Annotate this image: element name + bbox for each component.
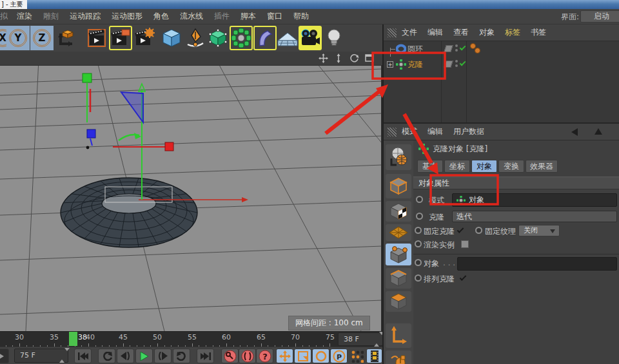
om-menu-view[interactable]: 查看 xyxy=(453,27,469,38)
axis-mode-button[interactable] xyxy=(386,323,411,348)
am-menu-edit[interactable]: 编辑 xyxy=(427,126,443,137)
spinner-arrows-icon[interactable] xyxy=(59,351,64,359)
gizmo-blue-handle[interactable] xyxy=(87,129,95,138)
object-row-cloner[interactable]: + 克隆 xyxy=(384,57,619,72)
mouse-mode-button[interactable] xyxy=(386,350,411,364)
next-frame-button[interactable] xyxy=(154,349,172,363)
menu-pipeline[interactable]: 流水线 xyxy=(180,11,203,22)
menu-plugins[interactable]: 插件 xyxy=(214,11,230,22)
keyframe-circle-icon[interactable] xyxy=(415,227,422,234)
om-menu-file[interactable]: 文件 xyxy=(402,27,417,38)
world-mode-button[interactable] xyxy=(386,144,411,170)
gizmo-green-handle[interactable] xyxy=(83,73,92,82)
viewport-zoom-icon[interactable] xyxy=(333,53,344,63)
viewport-toggle-icon[interactable] xyxy=(364,53,375,63)
fix-clone-checkbox[interactable] xyxy=(457,226,464,233)
arrange-clone-checkbox[interactable] xyxy=(460,274,467,281)
object-name[interactable]: 克隆 xyxy=(408,59,423,70)
keyframe-circle-icon[interactable] xyxy=(475,227,482,234)
object-mode-button[interactable] xyxy=(386,174,411,198)
object-ellipsis[interactable]: . . . xyxy=(443,258,455,267)
menu-sculpt[interactable]: 雕刻 xyxy=(43,11,59,22)
mini-play-button[interactable] xyxy=(0,349,9,363)
subdivision-surface-button[interactable] xyxy=(206,26,230,50)
object-tag-icon[interactable] xyxy=(475,48,480,53)
axis-z-lock-button[interactable]: Z xyxy=(30,26,54,50)
layer-toggle[interactable] xyxy=(444,61,453,68)
prev-key-button[interactable] xyxy=(98,349,115,363)
viewport-rotate-icon[interactable] xyxy=(349,53,359,63)
keyframe-circle-icon[interactable] xyxy=(415,259,422,266)
plane-mode-button[interactable] xyxy=(386,224,411,241)
object-link-field[interactable] xyxy=(457,257,617,271)
add-cube-button[interactable] xyxy=(160,26,183,50)
om-menu-tags[interactable]: 标签 xyxy=(505,27,520,38)
menu-mograph[interactable]: 运动图形 xyxy=(112,11,142,22)
perspective-viewport[interactable]: 网格间距 : 100 cm xyxy=(0,66,382,331)
menu-window[interactable]: 窗口 xyxy=(267,11,282,22)
end-frame-spinner[interactable]: 75 F xyxy=(14,349,68,363)
floor-object-button[interactable] xyxy=(276,26,299,50)
keyframe-circle-icon[interactable] xyxy=(415,274,422,282)
object-row-ring[interactable]: 圆环 xyxy=(384,41,619,57)
play-button[interactable] xyxy=(135,349,153,363)
light-object-button[interactable] xyxy=(322,26,346,50)
enabled-check-icon[interactable] xyxy=(460,44,466,51)
gizmo-blue-plane[interactable] xyxy=(121,92,143,122)
layer-toggle[interactable] xyxy=(444,45,453,52)
frame-spinner[interactable]: 38 F xyxy=(338,332,383,346)
next-key-button[interactable] xyxy=(173,349,190,363)
tab-basic[interactable]: 基本 xyxy=(417,160,443,173)
spline-pen-button[interactable] xyxy=(184,26,207,50)
key-position-button[interactable] xyxy=(276,349,293,363)
keyframe-circle-icon[interactable] xyxy=(415,240,422,247)
edge-mode-button[interactable] xyxy=(386,268,411,289)
mode-dropdown[interactable]: 对象 xyxy=(452,193,617,207)
menu-motion-tracking[interactable]: 运动跟踪 xyxy=(70,11,101,22)
om-menu-edit[interactable]: 编辑 xyxy=(427,27,443,38)
history-back-icon[interactable] xyxy=(571,128,578,136)
tab-effectors[interactable]: 效果器 xyxy=(526,160,558,173)
record-keyframe-button[interactable] xyxy=(221,349,239,363)
prev-frame-button[interactable] xyxy=(117,349,134,363)
interface-dropdown[interactable]: 启动 xyxy=(580,10,619,23)
visibility-dot-bottom[interactable] xyxy=(455,64,458,67)
keyframe-circle-icon[interactable] xyxy=(416,213,423,220)
keying-selection-button[interactable] xyxy=(348,349,366,363)
axis-y-lock-button[interactable]: Y xyxy=(6,26,30,50)
goto-start-button[interactable] xyxy=(74,349,92,363)
tab-transform[interactable]: 变换 xyxy=(498,160,524,173)
keyframe-circle-icon[interactable] xyxy=(416,196,423,203)
mograph-cloner-button[interactable] xyxy=(230,26,253,50)
viewport-pan-icon[interactable] xyxy=(318,53,328,63)
render-view-button[interactable] xyxy=(85,26,108,50)
om-menu-bookmarks[interactable]: 书签 xyxy=(531,27,546,38)
tab-object[interactable]: 对象 xyxy=(471,160,497,173)
history-up-icon[interactable] xyxy=(594,128,602,135)
menu-help[interactable]: 帮助 xyxy=(293,11,309,22)
visibility-dot-bottom[interactable] xyxy=(455,49,458,52)
panel-grip-icon[interactable] xyxy=(388,128,397,137)
panel-grip-icon[interactable] xyxy=(388,28,397,37)
object-name[interactable]: 圆环 xyxy=(408,44,423,55)
render-settings-button[interactable] xyxy=(133,26,156,50)
am-menu-userdata[interactable]: 用户数据 xyxy=(453,126,484,137)
fix-texture-dropdown[interactable]: 关闭 xyxy=(518,225,560,236)
am-menu-mode[interactable]: 模式 xyxy=(402,126,417,137)
menu-character[interactable]: 角色 xyxy=(153,11,169,22)
render-instance-checkbox[interactable] xyxy=(461,240,469,248)
menu-script[interactable]: 脚本 xyxy=(241,11,256,22)
key-parameter-button[interactable]: P xyxy=(330,349,348,363)
goto-end-button[interactable] xyxy=(197,349,214,363)
timeline-playhead[interactable] xyxy=(69,332,77,346)
simulation-mode-button[interactable] xyxy=(386,244,411,265)
polygon-mode-button[interactable] xyxy=(386,291,411,312)
expand-icon[interactable]: + xyxy=(387,61,393,68)
bend-deformer-button[interactable] xyxy=(253,26,277,50)
visibility-dot-top[interactable] xyxy=(455,60,458,62)
timeline-window-button[interactable] xyxy=(366,349,382,363)
gizmo-red-handle[interactable] xyxy=(165,142,173,151)
om-menu-object[interactable]: 对象 xyxy=(479,27,495,38)
key-rotation-button[interactable] xyxy=(312,349,329,363)
visibility-dot-top[interactable] xyxy=(455,44,458,47)
